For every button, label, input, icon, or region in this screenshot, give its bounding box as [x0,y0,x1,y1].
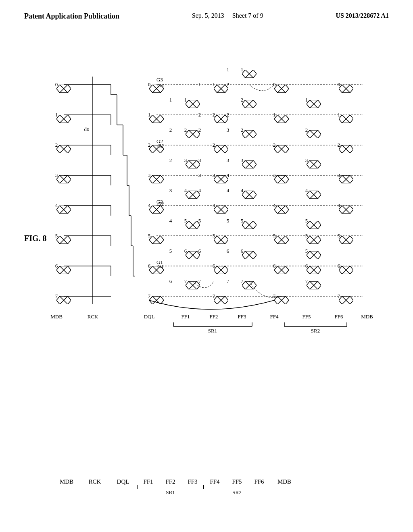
svg-text:3: 3 [184,157,187,163]
svg-text:6: 6 [184,248,187,254]
svg-text:6: 6 [338,263,340,269]
svg-text:5: 5 [227,218,229,224]
svg-text:3: 3 [273,172,276,178]
svg-text:2: 2 [55,142,58,148]
sr1-ff-labels: FF1 FF2 FF3 [137,478,204,485]
svg-text:7: 7 [241,278,244,284]
svg-text:1: 1 [213,81,215,87]
label-ff6: FF6 [248,478,270,485]
svg-text:G3: G3 [157,82,164,88]
svg-text:RCK: RCK [88,314,98,320]
label-dql: DQL [109,478,137,485]
svg-text:7: 7 [213,293,215,299]
svg-text:5: 5 [305,233,308,239]
svg-text:3: 3 [227,127,229,133]
label-rck: RCK [81,478,109,485]
svg-text:6: 6 [241,248,244,254]
sr2-bracket [204,485,270,489]
label-ff3: FF3 [181,478,204,485]
svg-text:7: 7 [55,293,58,299]
svg-text:4: 4 [148,202,151,208]
svg-text:2: 2 [198,112,201,118]
svg-text:2: 2 [169,127,172,133]
sr2-group: FF4 FF5 FF6 SR2 [204,478,270,496]
svg-text:2: 2 [148,142,151,148]
svg-text:5: 5 [148,233,151,239]
svg-text:2: 2 [227,112,229,118]
svg-text:3: 3 [198,172,201,178]
svg-text:0: 0 [273,81,276,87]
svg-text:7: 7 [198,278,201,284]
svg-text:4: 4 [305,187,308,193]
svg-text:5: 5 [305,218,308,224]
svg-text:5: 5 [198,218,201,224]
svg-text:6: 6 [227,248,229,254]
publication-meta: Sep. 5, 2013 Sheet 7 of 9 [192,12,263,19]
svg-text:FF3: FF3 [238,314,246,320]
label-ff5: FF5 [226,478,248,485]
label-ff1: FF1 [137,478,159,485]
svg-text:7: 7 [184,278,187,284]
svg-text:7: 7 [227,278,229,284]
svg-text:4: 4 [213,202,215,208]
diagram-area: .diamond-box { fill: none; stroke: #000;… [24,52,387,447]
label-ff2: FF2 [159,478,181,485]
svg-text:7: 7 [305,278,308,284]
publication-title: Patent Application Publication [24,12,119,21]
svg-text:5: 5 [55,233,58,239]
svg-text:0: 0 [55,81,58,87]
svg-text:6: 6 [213,263,215,269]
svg-text:4: 4 [338,202,340,208]
svg-text:6: 6 [273,263,276,269]
svg-text:3: 3 [241,157,244,163]
svg-text:2: 2 [305,127,308,133]
svg-text:6: 6 [169,278,172,284]
svg-text:1: 1 [305,97,308,103]
svg-text:2: 2 [273,142,276,148]
svg-text:2: 2 [227,81,229,87]
svg-text:5: 5 [184,218,187,224]
svg-text:FF1: FF1 [181,314,190,320]
sr1-group: FF1 FF2 FF3 SR1 [137,478,204,496]
svg-text:3: 3 [338,172,340,178]
svg-text:4: 4 [198,187,201,193]
svg-text:4: 4 [241,187,244,193]
svg-text:4: 4 [55,202,58,208]
svg-text:4: 4 [169,218,172,224]
sr1-bracket [137,485,204,489]
svg-text:2: 2 [241,97,244,103]
svg-text:3: 3 [55,172,58,178]
sr2-label: SR2 [232,489,241,496]
svg-text:1: 1 [338,112,340,118]
publication-date: Sep. 5, 2013 [192,12,224,19]
svg-text:3: 3 [213,172,215,178]
circuit-diagram: .diamond-box { fill: none; stroke: #000;… [24,52,387,447]
label-ff4: FF4 [204,478,226,485]
svg-text:3: 3 [148,172,151,178]
svg-text:DQL: DQL [144,314,155,320]
svg-text:MDB: MDB [50,314,63,320]
svg-text:4: 4 [273,202,276,208]
svg-text:4: 4 [227,187,229,193]
svg-text:6: 6 [305,263,308,269]
svg-text:5: 5 [169,248,172,254]
svg-text:G2: G2 [157,143,164,149]
svg-text:2: 2 [213,112,215,118]
svg-text:2: 2 [198,127,201,133]
svg-text:6: 6 [148,263,151,269]
svg-text:1: 1 [169,97,172,103]
page-header: Patent Application Publication Sep. 5, 2… [0,0,413,25]
svg-text:1: 1 [148,112,151,118]
svg-text:1: 1 [184,97,187,103]
svg-text:4: 4 [184,187,187,193]
label-mdb-left: MDB [52,478,81,485]
svg-text:FF5: FF5 [302,314,311,320]
label-mdb-right: MDB [270,478,298,485]
svg-text:3: 3 [305,157,308,163]
svg-text:1: 1 [273,112,276,118]
svg-text:G2: G2 [157,201,164,207]
svg-text:d0: d0 [84,126,90,132]
svg-text:3: 3 [198,157,201,163]
svg-text:6: 6 [198,248,201,254]
svg-text:1: 1 [198,81,201,87]
